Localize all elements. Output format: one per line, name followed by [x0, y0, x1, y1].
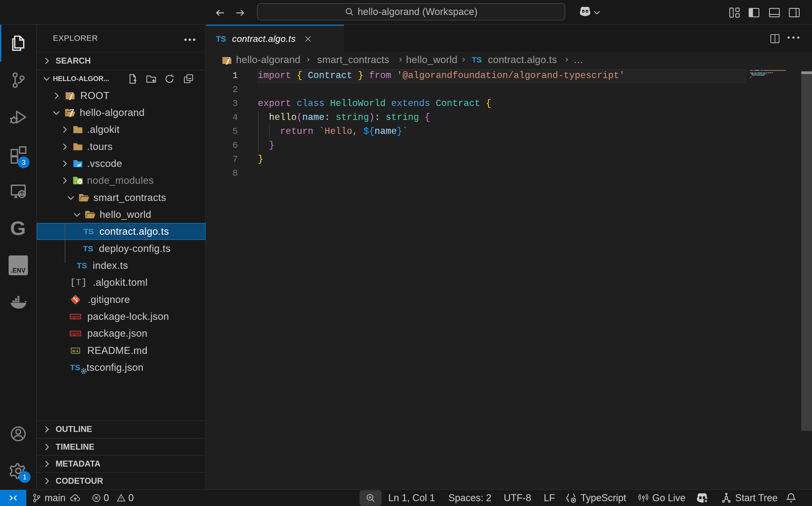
- svg-text:M: M: [72, 349, 75, 353]
- svg-text:npm: npm: [71, 315, 80, 319]
- svg-text:npm: npm: [71, 331, 80, 336]
- svg-text:js: js: [78, 179, 81, 183]
